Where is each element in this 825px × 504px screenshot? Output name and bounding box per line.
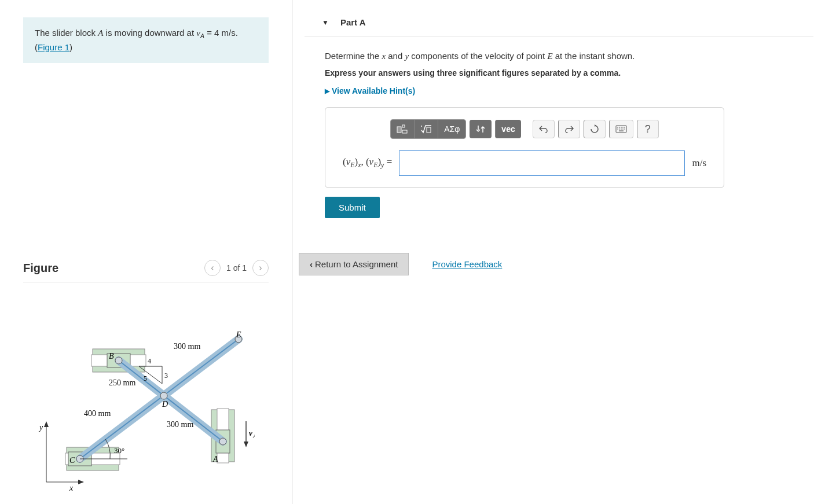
- right-panel: ▼ Part A Determine the x and y component…: [293, 0, 825, 504]
- svg-point-34: [617, 127, 618, 128]
- svg-point-21: [160, 392, 167, 399]
- var-E: E: [547, 51, 552, 61]
- part-a-section: ▼ Part A Determine the x and y component…: [293, 0, 825, 218]
- left-panel: The slider block A is moving downward at…: [0, 0, 292, 504]
- mechanism-diagram: y x: [23, 291, 255, 499]
- templates-icon: [397, 124, 408, 134]
- svg-marker-27: [244, 442, 248, 447]
- svg-point-41: [621, 128, 622, 130]
- svg-point-35: [619, 127, 620, 128]
- sqrt-icon: [420, 124, 432, 134]
- undo-button[interactable]: [533, 120, 555, 138]
- figure-link[interactable]: Figure 1: [38, 42, 69, 52]
- instr-post: at the instant shown.: [553, 51, 635, 61]
- x-axis-label: x: [69, 484, 74, 492]
- answer-toolbar: ΑΣφ vec: [343, 119, 706, 139]
- svg-rect-28: [397, 127, 401, 133]
- part-a-body: Determine the x and y components of the …: [305, 51, 813, 218]
- figure-diagram: y x: [23, 291, 255, 504]
- vec-button[interactable]: vec: [495, 120, 520, 138]
- var-vA: v: [196, 28, 200, 38]
- var-A: A: [98, 28, 103, 38]
- templates-button[interactable]: [391, 120, 414, 138]
- return-button[interactable]: ‹ Return to Assignment: [299, 253, 409, 275]
- figure-next-button[interactable]: ›: [252, 260, 269, 276]
- figure-page-indicator: 1 of 1: [226, 263, 247, 273]
- answer-input[interactable]: [399, 150, 685, 176]
- dim-250: 250 mm: [109, 378, 135, 387]
- vA-sub: A: [252, 433, 255, 439]
- label-C: C: [69, 456, 75, 465]
- label-A: A: [212, 455, 218, 463]
- instr-mid: components of the velocity of point: [409, 51, 547, 61]
- view-hints-link[interactable]: ▶ View Available Hint(s): [325, 86, 813, 95]
- ratio-4: 4: [148, 357, 151, 365]
- svg-line-16: [119, 360, 223, 442]
- redo-button[interactable]: [558, 120, 580, 138]
- part-a-header[interactable]: ▼ Part A: [305, 0, 813, 36]
- return-label: Return to Assignment: [315, 259, 398, 269]
- redo-icon: [564, 125, 574, 133]
- subscript-icon: [475, 124, 486, 134]
- undo-icon: [539, 125, 548, 133]
- ratio-3: 3: [164, 371, 168, 380]
- label-D: D: [162, 400, 168, 409]
- label-B: B: [109, 352, 114, 360]
- reset-button[interactable]: [584, 120, 606, 138]
- reset-icon: [590, 124, 599, 134]
- angle-30: 30°: [114, 446, 124, 455]
- figure-header: Figure ‹ 1 of 1 ›: [23, 260, 269, 282]
- svg-point-39: [617, 128, 618, 130]
- ratio-5: 5: [144, 374, 147, 382]
- answer-box: ΑΣφ vec: [325, 107, 724, 188]
- keyboard-icon: [615, 125, 627, 133]
- part-format: Express your answers using three signifi…: [325, 68, 813, 78]
- problem-text-eq: = 4 m/s.: [204, 28, 238, 38]
- svg-marker-2: [44, 421, 49, 427]
- part-instruction: Determine the x and y components of the …: [325, 51, 813, 61]
- greek-button[interactable]: ΑΣφ: [438, 120, 465, 138]
- answer-row: (vE)x, (vE)y = m/s: [343, 150, 706, 176]
- sqrt-button[interactable]: [414, 120, 438, 138]
- instr-and: and: [386, 51, 405, 61]
- part-a-title: Part A: [340, 17, 366, 27]
- submit-button[interactable]: Submit: [325, 197, 380, 218]
- problem-statement: The slider block A is moving downward at…: [23, 17, 269, 63]
- svg-point-19: [219, 438, 226, 445]
- problem-text-prefix: The slider block: [35, 28, 98, 38]
- figure-prev-button[interactable]: ‹: [204, 260, 221, 276]
- label-E: E: [236, 330, 241, 339]
- answer-variable-label: (vE)x, (vE)y =: [343, 156, 392, 170]
- instr-pre: Determine the: [325, 51, 382, 61]
- figure-nav: ‹ 1 of 1 ›: [204, 260, 269, 276]
- svg-point-43: [624, 128, 625, 130]
- svg-point-17: [115, 357, 122, 364]
- svg-marker-3: [78, 480, 84, 484]
- figure-scroll-area[interactable]: y x: [23, 291, 269, 504]
- part-caret-icon: ▼: [322, 19, 329, 27]
- svg-rect-31: [427, 127, 431, 133]
- svg-point-37: [622, 127, 624, 128]
- figure-title: Figure: [23, 262, 58, 275]
- svg-point-36: [621, 127, 622, 128]
- subscript-button[interactable]: [470, 120, 492, 138]
- y-axis-label: y: [38, 423, 43, 432]
- chevron-left-icon: ‹: [310, 259, 313, 269]
- svg-rect-44: [619, 131, 624, 132]
- dim-300-bottom: 300 mm: [167, 420, 193, 429]
- svg-marker-32: [595, 124, 596, 127]
- svg-point-42: [622, 128, 624, 130]
- help-button[interactable]: ?: [637, 120, 659, 138]
- svg-rect-30: [402, 130, 407, 133]
- hints-label: View Available Hint(s): [332, 86, 415, 95]
- dim-400: 400 mm: [84, 409, 111, 418]
- svg-rect-29: [402, 125, 405, 127]
- tool-group-main: ΑΣφ: [390, 119, 466, 139]
- svg-point-38: [624, 127, 625, 128]
- svg-point-40: [619, 128, 620, 130]
- keyboard-button[interactable]: [609, 120, 633, 138]
- footer-actions: ‹ Return to Assignment Provide Feedback: [293, 253, 825, 275]
- vA-label: v: [249, 429, 252, 437]
- hints-caret-icon: ▶: [325, 87, 329, 95]
- feedback-link[interactable]: Provide Feedback: [432, 259, 502, 269]
